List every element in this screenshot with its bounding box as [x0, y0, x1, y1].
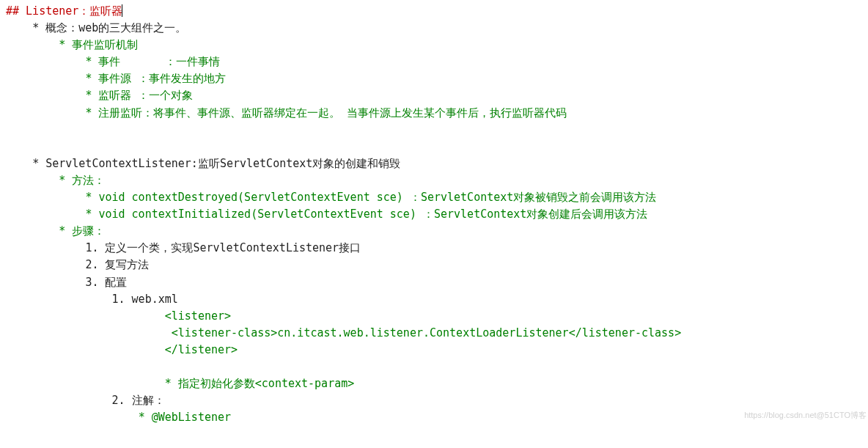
mech-source: * 事件源 ：事件发生的地方 [85, 72, 226, 85]
watermark: https://blog.csdn.net@51CTO博客 [744, 409, 867, 422]
init-param-line: * 指定初始化参数<context-param> [6, 375, 868, 392]
mech-source-line: * 事件源 ：事件发生的地方 [6, 70, 868, 87]
xml-close-line: </listener> [6, 342, 868, 359]
webxml-label: 1. web.xml [112, 293, 178, 306]
step2-line: 2. 复写方法 [6, 257, 868, 273]
mech-register-line: * 注册监听：将事件、事件源、监听器绑定在一起。 当事件源上发生某个事件后，执行… [6, 105, 868, 122]
blank-line-2 [6, 139, 868, 155]
annot-value-line: * @WebListener [6, 409, 868, 426]
xml-class-close: </listener-class> [569, 326, 682, 339]
annot-label: 2. 注解： [112, 394, 165, 407]
concept-line: * 概念：web的三大组件之一。 [6, 20, 868, 37]
mech-listener: * 监听器 ：一个对象 [85, 89, 193, 102]
mech-title: * 事件监听机制 [59, 38, 138, 51]
scl-text: * ServletContextListener:监听ServletContex… [32, 157, 400, 170]
mech-title-line: * 事件监听机制 [6, 37, 868, 54]
mech-event: * 事件 ：一件事情 [85, 55, 219, 68]
xml-listener-close: </listener> [165, 343, 238, 356]
step2: 2. 复写方法 [85, 258, 149, 271]
init-param-tag: <context-param> [255, 377, 354, 390]
step3-line: 3. 配置 [6, 274, 868, 291]
step1: 1. 定义一个类，实现ServletContextListener接口 [85, 241, 361, 254]
mech-register: * 注册监听：将事件、事件源、监听器绑定在一起。 当事件源上发生某个事件后，执行… [85, 106, 567, 120]
annot-label-line: 2. 注解： [6, 392, 868, 409]
init-param-prefix: * 指定初始化参数 [165, 377, 255, 390]
method-label-line: * 方法： [6, 172, 868, 189]
concept-text: * 概念：web的三大组件之一。 [32, 21, 186, 34]
method-destroyed: * void contextDestroyed(ServletContextEv… [85, 191, 656, 204]
blank-line-3 [6, 359, 868, 375]
method-destroyed-line: * void contextDestroyed(ServletContextEv… [6, 189, 868, 206]
step3: 3. 配置 [85, 276, 127, 289]
xml-class-text: cn.itcast.web.listener.ContextLoaderList… [277, 326, 568, 339]
heading-line: ## Listener：监听器 [6, 3, 868, 20]
steps-label-line: * 步骤： [6, 223, 868, 240]
annot-value: * @WebListener [139, 411, 231, 424]
xml-class-open: <listener-class> [165, 326, 278, 339]
webxml-line: 1. web.xml [6, 291, 868, 308]
heading-prefix: ## Listener： [6, 4, 89, 18]
mech-event-line: * 事件 ：一件事情 [6, 54, 868, 70]
scl-line: * ServletContextListener:监听ServletContex… [6, 155, 868, 172]
text-cursor [122, 4, 122, 17]
steps-label: * 步骤： [59, 224, 105, 238]
mech-listener-line: * 监听器 ：一个对象 [6, 87, 868, 104]
xml-open-line: <listener> [6, 308, 868, 325]
heading-suffix: 监听器 [89, 4, 122, 18]
blank-line-1 [6, 122, 868, 139]
xml-listener-open: <listener> [165, 309, 231, 323]
method-init-line: * void contextInitialized(ServletContext… [6, 206, 868, 223]
xml-class-line: <listener-class>cn.itcast.web.listener.C… [6, 325, 868, 342]
step1-line: 1. 定义一个类，实现ServletContextListener接口 [6, 240, 868, 257]
method-init: * void contextInitialized(ServletContext… [85, 208, 647, 221]
method-label: * 方法： [59, 174, 105, 187]
